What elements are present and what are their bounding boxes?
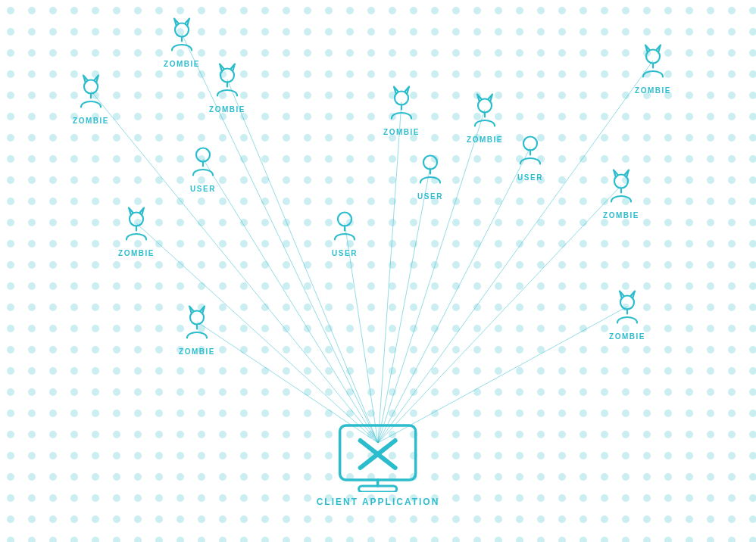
svg-point-273 [452,155,460,163]
svg-point-286 [728,155,736,163]
svg-point-514 [219,304,226,311]
svg-point-311 [495,176,502,184]
user2-node: USER [324,205,365,257]
svg-point-581 [113,346,120,354]
svg-point-719 [749,410,756,417]
svg-point-171 [579,92,587,99]
svg-point-722 [49,431,57,438]
svg-point-10 [219,7,226,14]
svg-point-706 [473,410,481,417]
svg-point-88 [346,49,354,57]
svg-point-478 [219,282,226,290]
svg-point-637 [537,367,545,375]
svg-point-553 [283,325,290,332]
svg-point-629 [367,367,375,375]
svg-point-78 [134,49,142,57]
svg-point-646 [728,367,736,375]
svg-point-356 [686,198,693,205]
svg-point-319 [664,176,672,184]
svg-point-687 [70,410,78,417]
svg-point-680 [686,388,693,396]
svg-point-543 [70,325,78,332]
svg-point-926 [558,537,566,542]
svg-point-904 [92,537,99,542]
svg-point-969 [614,175,628,188]
svg-point-959 [84,80,98,94]
svg-point-96 [516,49,523,57]
svg-point-122 [304,70,311,78]
svg-point-620 [177,367,184,375]
svg-point-82 [219,49,226,57]
svg-point-519 [325,304,333,311]
svg-point-384 [516,219,523,226]
svg-point-541 [28,325,36,332]
svg-point-197 [367,113,375,120]
svg-point-435 [70,261,78,269]
svg-point-872 [177,516,184,523]
svg-point-525 [452,304,460,311]
svg-point-479 [240,282,248,290]
svg-point-621 [198,367,205,375]
svg-point-785 [622,452,629,459]
svg-point-135 [579,70,587,78]
svg-point-501 [707,282,714,290]
svg-point-472 [92,282,99,290]
zombie-icon [177,304,217,344]
svg-point-502 [728,282,736,290]
svg-point-379 [410,219,417,226]
zombie3-label: ZOMBIE [73,117,109,125]
svg-point-425 [622,240,629,248]
svg-point-916 [346,537,354,542]
svg-point-790 [728,452,736,459]
svg-point-281 [622,155,629,163]
svg-point-149 [113,92,120,99]
svg-point-782 [558,452,566,459]
svg-point-109 [28,70,36,78]
svg-point-746 [558,431,566,438]
svg-point-250 [728,134,736,142]
svg-point-921 [452,537,460,542]
svg-point-918 [389,537,396,542]
svg-point-552 [261,325,269,332]
svg-point-464 [686,261,693,269]
svg-point-168 [516,92,523,99]
zombie7-label: ZOMBIE [467,136,503,144]
svg-point-852 [516,494,523,502]
svg-point-520 [346,304,354,311]
svg-point-443 [240,261,248,269]
svg-point-597 [452,346,460,354]
svg-point-594 [389,346,396,354]
svg-point-521 [367,304,375,311]
svg-point-717 [707,410,714,417]
svg-point-749 [622,431,629,438]
svg-point-141 [707,70,714,78]
svg-point-803 [240,473,248,481]
zombie4-label: ZOMBIE [118,249,155,257]
svg-point-724 [92,431,99,438]
svg-point-233 [367,134,375,142]
user4-label: USER [517,173,543,182]
svg-point-693 [198,410,205,417]
svg-point-700 [346,410,354,417]
svg-point-124 [346,70,354,78]
zombie-icon [207,61,248,102]
svg-point-592 [346,346,354,354]
svg-point-83 [240,49,248,57]
svg-point-813 [452,473,460,481]
svg-point-204 [516,113,523,120]
svg-point-55 [410,28,417,36]
svg-point-339 [325,198,333,205]
svg-point-208 [601,113,608,120]
svg-point-696 [261,410,269,417]
svg-point-690 [134,410,142,417]
svg-point-193 [283,113,290,120]
svg-point-282 [643,155,651,163]
svg-point-133 [537,70,545,78]
svg-point-386 [558,219,566,226]
user4-node: USER [510,129,551,182]
svg-line-945 [378,307,627,443]
svg-point-455 [495,261,502,269]
svg-point-804 [261,473,269,481]
svg-point-787 [664,452,672,459]
svg-point-466 [728,261,736,269]
